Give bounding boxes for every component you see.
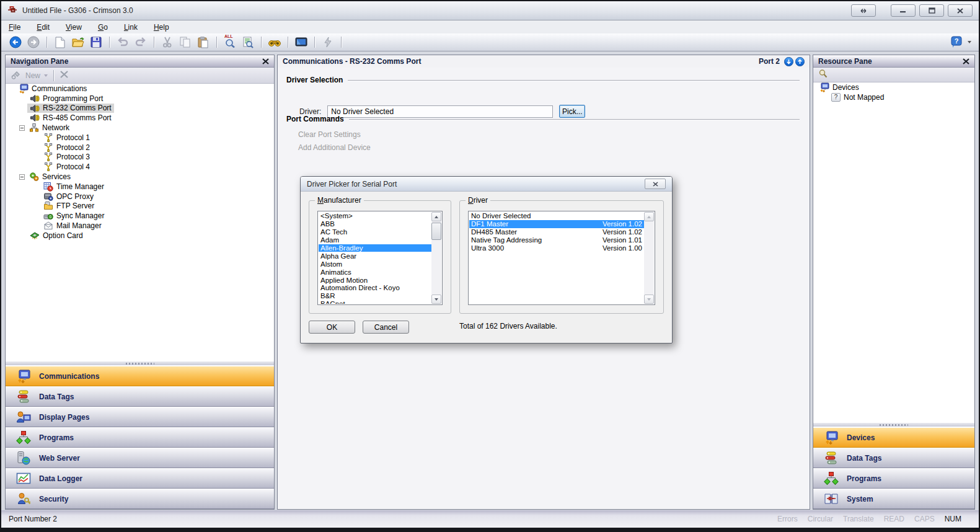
tree-item-ftp-server[interactable]: FTP Server [6, 202, 274, 211]
resource-item-devices[interactable]: Devices [813, 82, 974, 92]
manufacturer-group: Manufacturer <System> ABB AC Tech Adam A… [309, 200, 451, 314]
titlebar: Untitled File - G306 - Crimson 3.0 [1, 1, 979, 20]
dialog-close-button[interactable] [645, 179, 666, 189]
minimize-button[interactable] [891, 4, 916, 17]
manufacturer-item[interactable]: ABB [319, 220, 431, 228]
tree-item-protocol-1[interactable]: Protocol 1 [6, 133, 274, 143]
resource-pane-title: Resource Pane [818, 57, 872, 66]
find-in-page-icon[interactable] [241, 35, 255, 49]
find-all-icon[interactable]: ALL [223, 35, 237, 49]
tree-item-protocol-2[interactable]: Protocol 2 [6, 143, 274, 153]
scroll-up-icon[interactable] [431, 212, 441, 221]
next-port-icon[interactable] [784, 57, 793, 66]
resource-pane-header: Resource Pane [813, 55, 974, 68]
data-tags-icon [823, 451, 839, 466]
tree-item-rs232-comms-port[interactable]: RS-232 Comms Port [6, 104, 274, 113]
driver-item[interactable]: Native Tag AddressingVersion 1.01 [469, 236, 644, 244]
resource-button-data-tags[interactable]: Data Tags [813, 448, 974, 468]
tree-item-protocol-4[interactable]: Protocol 4 [6, 162, 274, 172]
copy-icon [179, 35, 192, 49]
main-toolbar: ALL ? [1, 33, 979, 51]
binoculars-icon[interactable] [268, 35, 281, 49]
tree-item-services[interactable]: Services [6, 172, 274, 182]
main-panel-title: Communications - RS-232 Comms Port [283, 57, 421, 66]
search-icon[interactable] [818, 69, 828, 81]
manufacturer-item[interactable]: B&R [319, 292, 431, 300]
tree-item-protocol-3[interactable]: Protocol 3 [6, 153, 274, 162]
manufacturer-item[interactable]: Alpha Gear [319, 252, 431, 260]
menu-go[interactable]: Go [98, 23, 108, 32]
display-monitor-icon[interactable] [294, 35, 308, 49]
tree-item-rs485-comms-port[interactable]: RS-485 Comms Port [6, 113, 274, 123]
driver-item[interactable]: Ultra 3000Version 1.00 [469, 244, 644, 252]
tree-item-communications[interactable]: Communications [6, 84, 274, 94]
menu-edit[interactable]: Edit [37, 23, 50, 32]
menu-link[interactable]: Link [124, 23, 138, 32]
status-circular: Circular [808, 515, 833, 523]
driver-item[interactable]: DH485 MasterVersion 1.02 [469, 228, 644, 236]
close-pane-icon[interactable] [262, 58, 269, 64]
tree-item-network[interactable]: Network [6, 123, 274, 133]
ok-button[interactable]: OK [309, 321, 355, 334]
navigation-tree: Communications Programming Port [6, 84, 274, 361]
scrollbar-thumb[interactable] [431, 223, 441, 240]
resource-button-devices[interactable]: Devices [813, 427, 974, 448]
forward-icon[interactable] [27, 35, 40, 49]
manufacturer-item-selected[interactable]: Allen-Bradley [319, 244, 431, 252]
delete-item-icon [60, 70, 69, 81]
previous-port-icon[interactable] [795, 57, 805, 66]
manufacturer-group-label: Manufacturer [315, 196, 364, 205]
section-rule [348, 80, 800, 81]
manufacturer-item[interactable]: Adam [319, 236, 431, 244]
new-file-icon[interactable] [53, 35, 67, 49]
close-button[interactable] [948, 4, 973, 17]
toggle-width-button[interactable] [851, 4, 876, 17]
open-file-icon[interactable] [71, 35, 85, 49]
scroll-down-icon[interactable] [431, 295, 441, 304]
help-dropdown-caret[interactable] [968, 41, 971, 43]
nav-button-data-tags[interactable]: Data Tags [6, 386, 274, 407]
nav-button-display-pages[interactable]: Display Pages [6, 407, 274, 427]
nav-button-security[interactable]: Security [6, 489, 274, 509]
menu-view[interactable]: View [66, 23, 82, 32]
pane-splitter[interactable] [813, 423, 974, 427]
driver-item-selected[interactable]: DF1 MasterVersion 1.02 [469, 220, 644, 228]
manufacturer-listbox[interactable]: <System> ABB AC Tech Adam Allen-Bradley … [317, 211, 443, 305]
network-icon [29, 123, 39, 133]
nav-button-data-logger[interactable]: Data Logger [6, 468, 274, 489]
driver-item[interactable]: No Driver Selected [469, 212, 644, 220]
nav-button-web-server[interactable]: Web Server [6, 448, 274, 468]
tree-item-mail-manager[interactable]: Mail Manager [6, 221, 274, 231]
resource-button-system[interactable]: System [813, 489, 974, 509]
manufacturer-item[interactable]: <System> [319, 212, 431, 220]
collapse-expander-icon[interactable] [19, 174, 25, 180]
menu-help[interactable]: Help [154, 23, 169, 32]
resource-item-not-mapped[interactable]: ? Not Mapped [813, 92, 974, 102]
resource-button-programs[interactable]: Programs [813, 468, 974, 489]
menu-file[interactable]: File [9, 23, 20, 32]
tree-item-opc-proxy[interactable]: OPC Proxy [6, 192, 274, 202]
tree-item-sync-manager[interactable]: Sync Manager [6, 211, 274, 221]
cancel-button[interactable]: Cancel [363, 321, 409, 334]
close-pane-icon[interactable] [963, 58, 969, 64]
pane-splitter[interactable] [6, 361, 274, 365]
collapse-expander-icon[interactable] [19, 125, 25, 131]
tree-item-option-card[interactable]: Option Card [6, 231, 274, 241]
manufacturer-item[interactable]: Animatics [319, 268, 431, 276]
save-icon[interactable] [89, 35, 103, 49]
port-commands-section: Port Commands [286, 115, 800, 123]
tree-item-time-manager[interactable]: Time Manager [6, 182, 274, 192]
nav-button-communications[interactable]: Communications [6, 366, 274, 386]
nav-button-programs[interactable]: Programs [6, 427, 274, 448]
manufacturer-item[interactable]: Automation Direct - Koyo [319, 284, 431, 292]
back-icon[interactable] [9, 35, 22, 49]
manufacturer-item[interactable]: Applied Motion [319, 276, 431, 284]
help-icon[interactable]: ? [950, 35, 963, 49]
driver-listbox[interactable]: No Driver Selected DF1 MasterVersion 1.0… [468, 211, 655, 305]
manufacturer-scrollbar[interactable] [431, 212, 441, 304]
manufacturer-item[interactable]: AC Tech [319, 228, 431, 236]
restore-button[interactable] [919, 4, 944, 17]
tree-item-programming-port[interactable]: Programming Port [6, 94, 274, 104]
manufacturer-item[interactable]: BACnet [319, 300, 431, 304]
manufacturer-item[interactable]: Alstom [319, 260, 431, 268]
